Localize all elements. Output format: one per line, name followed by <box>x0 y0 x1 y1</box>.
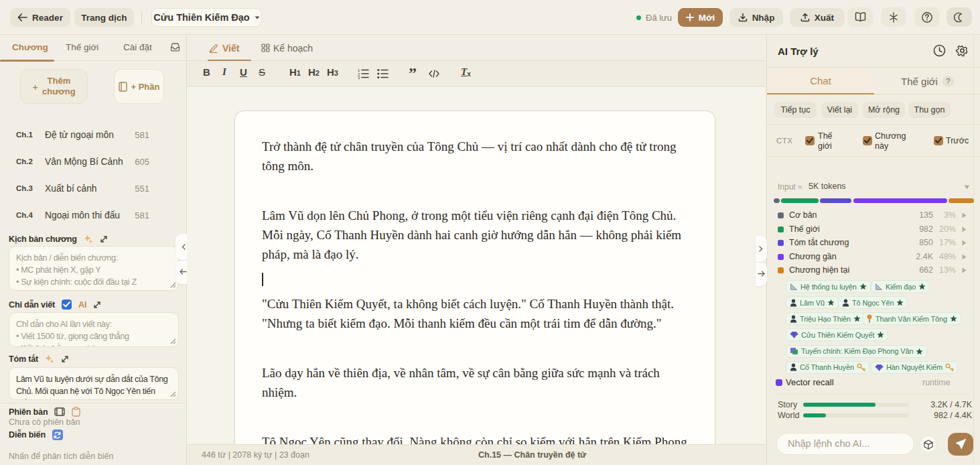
svg-text:3: 3 <box>358 76 360 79</box>
